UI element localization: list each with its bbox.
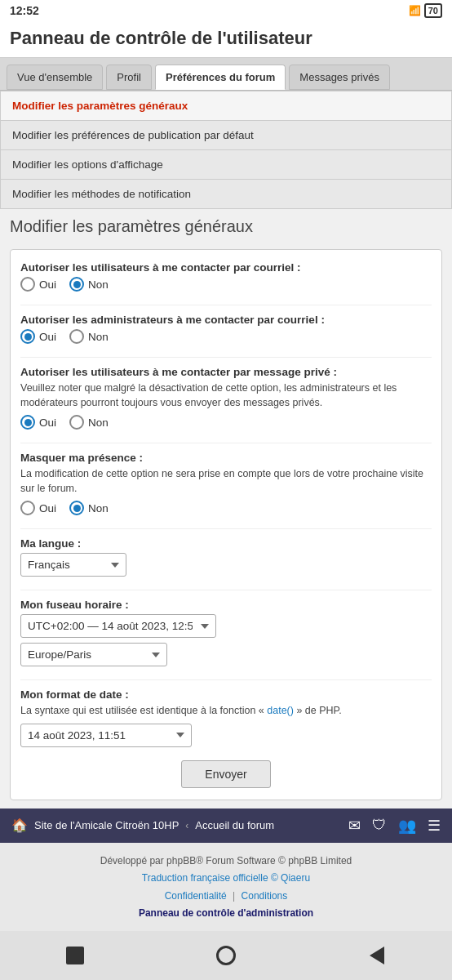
submenu-notification[interactable]: Modifier les méthodes de notification (1, 180, 451, 208)
email-users-non-label: Non (88, 278, 109, 291)
email-admins-non-circle (69, 329, 84, 344)
back-icon (370, 947, 384, 964)
divider-2 (20, 357, 432, 358)
tab-private-messages[interactable]: Messages privés (289, 65, 390, 90)
square-icon (66, 947, 84, 964)
email-users-oui-option[interactable]: Oui (20, 277, 56, 292)
divider-6 (20, 679, 432, 680)
date-format-note-end: » de PHP. (294, 705, 342, 716)
date-format-label: Mon format de date : (20, 688, 432, 701)
form-group-hide-presence: Masquer ma présence : La modification de… (20, 452, 432, 515)
shield-icon[interactable]: 🛡 (372, 817, 387, 835)
private-message-note: Veuillez noter que malgré la désactivati… (20, 381, 432, 410)
footer-separator: ‹ (185, 820, 188, 831)
tab-profile[interactable]: Profil (106, 65, 152, 90)
content-area: Modifier les paramètres généraux Autoris… (0, 209, 452, 808)
users-icon[interactable]: 👥 (398, 817, 416, 835)
timezone-name-select[interactable]: Europe/Paris Europe/London America/New_Y… (20, 643, 167, 666)
email-admins-label: Autoriser les administrateurs à me conta… (20, 314, 432, 326)
hide-presence-non-label: Non (88, 502, 109, 514)
submenu: Modifier les paramètres généraux Modifie… (0, 91, 452, 209)
date-format-note-text: La syntaxe qui est utilisée est identiqu… (20, 705, 267, 716)
bottom-home-button[interactable] (211, 941, 241, 970)
form-group-private-message: Autoriser les utilisateurs à me contacte… (20, 366, 432, 430)
hide-presence-note: La modification de cette option ne sera … (20, 467, 432, 496)
email-admins-oui-circle (20, 329, 35, 344)
submenu-display[interactable]: Modifier les options d'affichage (1, 150, 451, 180)
credits-line2: Traduction française officielle © Qiaeru (11, 870, 441, 888)
page-title-bar: Panneau de contrôle de l'utilisateur (0, 21, 452, 58)
email-admins-radio-group: Oui Non (20, 329, 432, 344)
hide-presence-label: Masquer ma présence : (20, 452, 432, 464)
circle-icon (216, 946, 236, 965)
traduction-link[interactable]: Traduction française officielle © Qiaeru (142, 872, 310, 884)
form-group-email-users: Autoriser les utilisateurs à me contacte… (20, 261, 432, 292)
private-message-oui-option[interactable]: Oui (20, 415, 56, 430)
divider-5 (20, 590, 432, 590)
signal-icon: 📶 (409, 5, 421, 16)
admin-panel-link[interactable]: Panneau de contrôle d'administration (139, 907, 313, 919)
tabs-bar: Vue d'ensemble Profil Préférences du for… (0, 58, 452, 91)
footer-home-link[interactable]: Site de l'Amicale Citroën 10HP (34, 819, 179, 831)
home-icon-footer: 🏠 (11, 817, 28, 833)
date-format-php-link[interactable]: date() (267, 705, 294, 716)
form-group-email-admins: Autoriser les administrateurs à me conta… (20, 314, 432, 344)
conditions-link[interactable]: Conditions (242, 890, 288, 902)
confidentialite-link[interactable]: Confidentialité (165, 890, 227, 902)
submit-section: Envoyer (20, 760, 432, 788)
email-users-non-option[interactable]: Non (69, 277, 109, 292)
private-message-oui-label: Oui (39, 416, 56, 429)
credits-pipe: | (233, 890, 235, 902)
private-message-label: Autoriser les utilisateurs à me contacte… (20, 366, 432, 378)
status-bar: 12:52 📶 70 (0, 0, 452, 21)
timezone-offset-select[interactable]: UTC+02:00 — 14 août 2023, 12:51 (20, 614, 216, 638)
bottom-square-button[interactable] (60, 941, 90, 970)
page-title: Panneau de contrôle de l'utilisateur (10, 28, 312, 49)
section-title: Modifier les paramètres généraux (10, 217, 442, 239)
bottom-back-button[interactable] (362, 941, 392, 970)
email-admins-non-label: Non (88, 331, 109, 343)
menu-icon[interactable]: ☰ (428, 817, 441, 835)
credits-line3: Confidentialité | Conditions (11, 888, 441, 906)
footer-nav-right: ✉ 🛡 👥 ☰ (345, 817, 441, 835)
email-admins-non-option[interactable]: Non (69, 329, 109, 344)
submenu-general[interactable]: Modifier les paramètres généraux (1, 91, 451, 121)
bottom-nav-bar (0, 931, 452, 980)
mail-icon[interactable]: ✉ (348, 817, 361, 835)
hide-presence-non-option[interactable]: Non (69, 501, 109, 515)
footer-credits: Développé par phpBB® Forum Software © ph… (0, 843, 452, 931)
form-group-language: Ma langue : Français English (20, 537, 432, 577)
hide-presence-oui-label: Oui (39, 502, 56, 514)
status-right: 📶 70 (409, 3, 442, 18)
battery-level: 70 (424, 3, 442, 18)
hide-presence-oui-circle (20, 501, 35, 515)
date-format-select[interactable]: 14 août 2023, 11:51 14/08/2023 2023-08-1… (20, 724, 192, 747)
divider-3 (20, 443, 432, 443)
form-card: Autoriser les utilisateurs à me contacte… (10, 249, 442, 800)
email-users-oui-label: Oui (39, 278, 56, 291)
email-admins-oui-option[interactable]: Oui (20, 329, 56, 344)
private-message-non-label: Non (88, 416, 109, 429)
hide-presence-oui-option[interactable]: Oui (20, 501, 56, 515)
submenu-publication[interactable]: Modifier les préférences de publication … (1, 121, 451, 150)
tab-forum-prefs[interactable]: Préférences du forum (155, 65, 286, 90)
hide-presence-non-circle (69, 501, 84, 515)
divider-1 (20, 305, 432, 305)
private-message-non-circle (69, 415, 84, 430)
submit-button[interactable]: Envoyer (181, 760, 270, 788)
private-message-radio-group: Oui Non (20, 415, 432, 430)
hide-presence-radio-group: Oui Non (20, 501, 432, 515)
battery-icon: 70 (424, 3, 442, 18)
email-users-label: Autoriser les utilisateurs à me contacte… (20, 261, 432, 274)
language-select[interactable]: Français English (20, 553, 126, 577)
email-users-non-circle (69, 277, 84, 292)
form-group-timezone: Mon fuseau horaire : UTC+02:00 — 14 août… (20, 599, 432, 666)
date-format-note: La syntaxe qui est utilisée est identiqu… (20, 704, 432, 719)
footer-forum-link[interactable]: Accueil du forum (195, 819, 274, 831)
credits-line4: Panneau de contrôle d'administration (11, 905, 441, 923)
tab-overview[interactable]: Vue d'ensemble (7, 65, 103, 90)
email-admins-oui-label: Oui (39, 331, 56, 343)
private-message-non-option[interactable]: Non (69, 415, 109, 430)
credits-line1: Développé par phpBB® Forum Software © ph… (11, 853, 441, 871)
timezone-label: Mon fuseau horaire : (20, 599, 432, 611)
